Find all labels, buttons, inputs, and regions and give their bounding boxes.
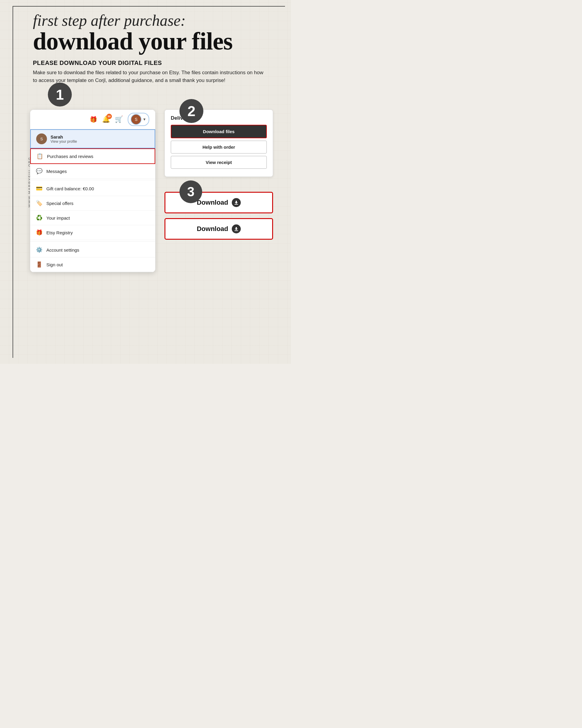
- sign-out-row[interactable]: 🚪 Sign out: [30, 257, 155, 272]
- sign-out-icon: 🚪: [35, 261, 43, 268]
- messages-icon: 💬: [35, 168, 43, 175]
- download-button-2[interactable]: Download: [164, 218, 273, 240]
- settings-icon: ⚙️: [35, 246, 43, 253]
- description-section: PLEASE DOWNLOAD YOUR DIGITAL FILES Make …: [33, 59, 273, 84]
- profile-avatar: S: [36, 133, 47, 144]
- impact-icon: ♻️: [35, 214, 43, 221]
- profile-info: Sarah View your profile: [51, 134, 77, 144]
- purchases-icon: 📋: [36, 153, 43, 159]
- gift-icon: 🎁: [90, 116, 97, 123]
- handwritten-subtitle: first step after purchase:: [33, 12, 273, 29]
- download-btn1-label: Download: [197, 199, 228, 206]
- purchases-label: Purchases and reviews: [47, 154, 93, 159]
- sign-out-label: Sign out: [46, 262, 63, 267]
- header-section: first step after purchase: download your…: [33, 12, 273, 54]
- menu-divider-2: [30, 241, 155, 241]
- messages-label: Messages: [46, 169, 67, 174]
- download-buttons-container: Download Download: [164, 192, 273, 240]
- cart-icon[interactable]: 🛒: [115, 115, 123, 123]
- step1-column: 1 🎁 🔔 50 🛒 S ▼: [30, 93, 156, 272]
- page-wrapper: www.marryful.org first step after purcha…: [0, 0, 291, 364]
- order-panel: Delivered Download files Help with order…: [164, 109, 273, 177]
- help-with-order-button[interactable]: Help with order: [171, 140, 267, 154]
- etsy-menu-mockup: 🎁 🔔 50 🛒 S ▼ S Sarah V: [30, 109, 156, 272]
- impact-label: Your impact: [46, 215, 70, 220]
- steps-section: 1 🎁 🔔 50 🛒 S ▼: [30, 93, 273, 272]
- your-impact-row[interactable]: ♻️ Your impact: [30, 211, 155, 225]
- top-border-decoration: [12, 6, 285, 6]
- profile-menu-row[interactable]: S Sarah View your profile: [30, 129, 155, 149]
- profile-name: Sarah: [51, 134, 77, 139]
- desc-heading: PLEASE DOWNLOAD YOUR DIGITAL FILES: [33, 59, 273, 67]
- registry-icon: 🎁: [35, 229, 43, 236]
- main-title: download your files: [33, 29, 273, 54]
- step3-section: 3 Download Download: [164, 192, 273, 240]
- step1-badge: 1: [48, 83, 72, 106]
- step2-panel: 2 Delivered Download files Help with ord…: [164, 109, 273, 177]
- gift-card-label: Gift card balance: €0.00: [46, 186, 94, 191]
- view-receipt-button[interactable]: View receipt: [171, 156, 267, 169]
- step3-badge: 3: [180, 180, 202, 203]
- download-icon-1: [232, 198, 241, 207]
- download-files-button[interactable]: Download files: [171, 125, 267, 138]
- etsy-nav-bar: 🎁 🔔 50 🛒 S ▼: [30, 110, 155, 129]
- step-right-column: 2 Delivered Download files Help with ord…: [164, 93, 273, 244]
- left-border-decoration: [12, 6, 13, 358]
- nav-avatar: S: [131, 114, 141, 125]
- account-settings-label: Account settings: [46, 248, 79, 253]
- special-offers-icon: 🏷️: [35, 200, 43, 206]
- special-offers-row[interactable]: 🏷️ Special offers: [30, 196, 155, 211]
- notifications-icon[interactable]: 🔔 50: [102, 115, 110, 123]
- special-offers-label: Special offers: [46, 201, 74, 206]
- svg-rect-0: [235, 204, 238, 205]
- desc-body-text: Make sure to download the files related …: [33, 69, 266, 84]
- gift-card-icon: 💳: [35, 185, 43, 192]
- profile-view-link: View your profile: [51, 139, 77, 144]
- notification-count: 50: [106, 114, 112, 119]
- download-btn2-label: Download: [197, 225, 228, 233]
- download-icon-2: [232, 225, 241, 233]
- etsy-registry-row[interactable]: 🎁 Etsy Registry: [30, 225, 155, 240]
- account-settings-row[interactable]: ⚙️ Account settings: [30, 243, 155, 257]
- step2-badge: 2: [180, 99, 203, 123]
- registry-label: Etsy Registry: [46, 230, 73, 235]
- profile-nav-button[interactable]: S ▼: [128, 113, 149, 126]
- nav-chevron-icon: ▼: [143, 117, 146, 122]
- purchases-reviews-row[interactable]: 📋 Purchases and reviews: [30, 149, 155, 164]
- messages-row[interactable]: 💬 Messages: [30, 164, 155, 179]
- svg-rect-1: [235, 230, 238, 231]
- gift-card-row[interactable]: 💳 Gift card balance: €0.00: [30, 181, 155, 196]
